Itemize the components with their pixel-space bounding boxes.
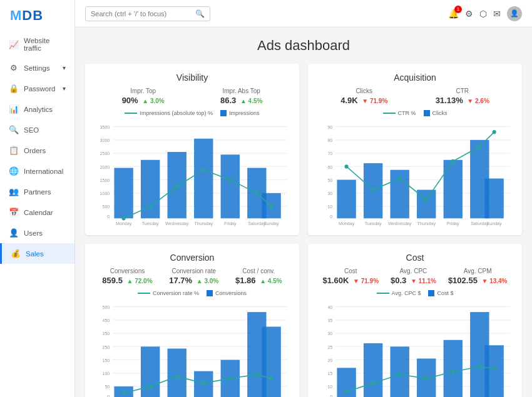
metric-cost-conv: Cost / conv. $1.86 ▲ 4.5% — [235, 268, 282, 285]
svg-text:Saturday: Saturday — [248, 221, 266, 226]
svg-rect-93 — [262, 327, 280, 398]
svg-text:Thursday: Thursday — [417, 221, 436, 226]
sidebar-item-calendar[interactable]: 📅 Calendar — [0, 202, 74, 223]
svg-point-58 — [345, 164, 349, 168]
sidebar-item-settings[interactable]: ⚙ Settings ▾ — [0, 58, 74, 78]
orders-icon: 📋 — [9, 146, 19, 155]
svg-text:0: 0 — [107, 214, 110, 219]
svg-text:70: 70 — [327, 151, 332, 156]
svg-text:0: 0 — [330, 214, 332, 219]
acquisition-legend: CTR % Clicks — [317, 110, 513, 116]
settings-icon[interactable]: ⚙ — [465, 9, 473, 19]
svg-point-60 — [398, 176, 402, 180]
metric-impr-abs-top: Impr. Abs Top 86.3 ▲ 4.5% — [220, 88, 262, 105]
lock-icon: 🔒 — [9, 84, 19, 93]
metric-cost: Cost $1.60K ▼ 71.9% — [322, 268, 379, 285]
svg-text:3000: 3000 — [100, 138, 110, 143]
svg-point-132 — [398, 373, 402, 376]
svg-text:Friday: Friday — [224, 221, 237, 226]
conversion-metrics: Conversions 859.5 ▲ 72.0% Conversion rat… — [94, 268, 290, 285]
svg-point-63 — [478, 144, 481, 148]
metric-avg-cpc: Avg. CPC $0.3 ▼ 11.1% — [391, 268, 436, 285]
sidebar-item-seo[interactable]: 🔍 SEO — [0, 119, 74, 140]
svg-text:100: 100 — [103, 371, 110, 376]
svg-point-131 — [371, 381, 375, 385]
search-input[interactable] — [91, 10, 192, 18]
svg-text:450: 450 — [103, 318, 110, 323]
svg-text:20: 20 — [327, 358, 332, 363]
sidebar-item-orders[interactable]: 📋 Orders — [0, 140, 74, 161]
visibility-chart: 3500 3000 2500 2000 1500 1000 500 0 — [94, 120, 290, 226]
svg-text:500: 500 — [103, 304, 110, 310]
svg-text:Sunday: Sunday — [264, 221, 279, 226]
conversion-legend: Conversion rate % Conversions — [94, 290, 290, 296]
svg-text:3500: 3500 — [100, 124, 110, 130]
search-box[interactable]: 🔍 — [85, 6, 210, 21]
svg-rect-51 — [337, 180, 356, 219]
conversion-card: Conversion Conversions 859.5 ▲ 72.0% Con… — [85, 244, 299, 397]
acquisition-card: Acquisition Clicks 4.9K ▼ 71.9% CTR 31.1… — [308, 64, 522, 235]
svg-text:0: 0 — [107, 394, 110, 397]
email-icon[interactable]: ✉ — [493, 9, 501, 19]
search-icon: 🔍 — [195, 9, 205, 18]
dashboard-grid: Visibility Impr. Top 90% ▲ 3.0% Impr. Ab… — [85, 64, 522, 397]
svg-point-95 — [148, 384, 152, 388]
calendar-icon: 📅 — [9, 208, 19, 217]
conversion-title: Conversion — [94, 253, 290, 263]
svg-rect-89 — [167, 349, 186, 397]
notification-icon[interactable]: 🔔 1 — [448, 9, 459, 19]
svg-rect-124 — [364, 343, 382, 397]
sidebar-item-users[interactable]: 👤 Users — [0, 223, 74, 243]
github-icon[interactable]: ⬡ — [479, 9, 487, 19]
seo-icon: 🔍 — [9, 125, 19, 134]
cost-chart: 40 35 30 25 20 15 10 0 — [317, 300, 513, 397]
svg-rect-18 — [194, 139, 213, 219]
cost-legend: Avg. CPC $ Cost $ — [317, 290, 513, 296]
svg-point-24 — [175, 184, 179, 188]
sidebar-item-label: International — [24, 168, 63, 175]
svg-point-25 — [202, 168, 205, 172]
svg-text:30: 30 — [327, 191, 332, 196]
svg-text:60: 60 — [327, 164, 332, 169]
avatar[interactable]: 👤 — [507, 6, 522, 21]
svg-text:1500: 1500 — [100, 178, 110, 183]
svg-text:Tuesday: Tuesday — [365, 221, 382, 226]
sidebar-item-sales[interactable]: 💰 Sales — [0, 243, 74, 264]
line-legend-dot — [138, 293, 150, 294]
sidebar-item-label: SEO — [24, 126, 39, 134]
metric-ctr: CTR 31.13% ▼ 2.6% — [436, 88, 489, 105]
bar-legend-dot — [220, 110, 227, 116]
svg-point-134 — [451, 370, 455, 374]
svg-point-59 — [371, 188, 375, 191]
sidebar-item-label: Orders — [24, 147, 46, 154]
svg-rect-129 — [484, 345, 503, 397]
svg-rect-15 — [114, 168, 133, 219]
svg-text:Monday: Monday — [116, 221, 132, 226]
svg-rect-127 — [444, 340, 463, 397]
sidebar-item-label: Settings — [24, 64, 50, 72]
svg-text:10: 10 — [327, 204, 332, 209]
bar-legend-dot — [424, 110, 430, 116]
svg-point-97 — [202, 381, 205, 385]
svg-rect-19 — [221, 154, 240, 218]
sidebar-item-partners[interactable]: 👥 Partners — [0, 181, 74, 202]
cost-metrics: Cost $1.60K ▼ 71.9% Avg. CPC $0.3 ▼ 11.1… — [317, 268, 513, 285]
svg-rect-125 — [390, 346, 409, 397]
svg-text:35: 35 — [327, 318, 332, 323]
sidebar-item-label: Calendar — [24, 209, 53, 216]
metric-conversions: Conversions 859.5 ▲ 72.0% — [102, 268, 152, 285]
partners-icon: 👥 — [9, 187, 19, 196]
sidebar-item-analytics[interactable]: 📊 Analytics — [0, 99, 74, 119]
visibility-svg: 3500 3000 2500 2000 1500 1000 500 0 — [94, 120, 290, 226]
sidebar-item-website-traffic[interactable]: 📈 Website traffic — [0, 31, 74, 58]
svg-point-100 — [270, 376, 274, 380]
sidebar-item-label: Analytics — [24, 106, 53, 113]
sidebar-item-international[interactable]: 🌐 International — [0, 161, 74, 181]
svg-text:Monday: Monday — [339, 221, 355, 226]
sidebar-item-password[interactable]: 🔒 Password ▾ — [0, 78, 74, 99]
svg-text:2000: 2000 — [100, 164, 110, 169]
line-legend-dot — [125, 113, 137, 114]
topbar: 🔍 🔔 1 ⚙ ⬡ ✉ 👤 — [75, 0, 532, 28]
svg-text:500: 500 — [103, 204, 110, 209]
svg-text:50: 50 — [105, 384, 110, 389]
